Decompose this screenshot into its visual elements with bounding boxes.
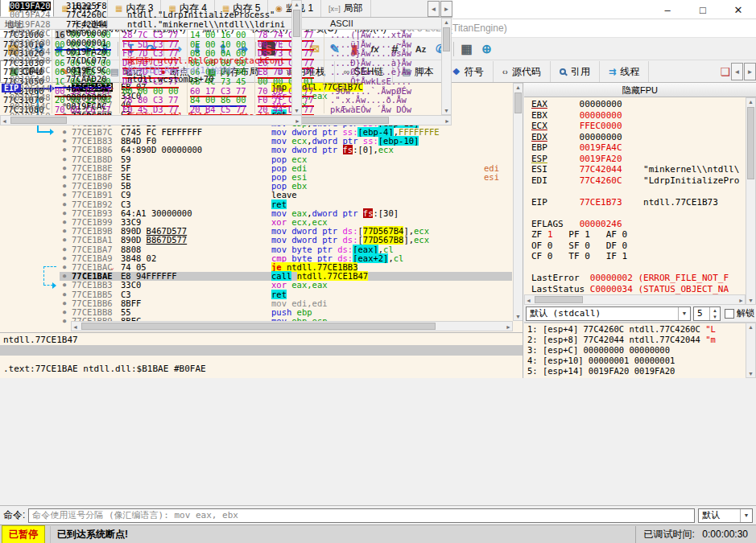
maximize-button[interactable]: □: [685, 0, 721, 19]
calling-convention-select[interactable]: 默认 (stdcall) ▼: [526, 306, 691, 321]
tab-references[interactable]: 引用: [551, 61, 600, 82]
args-depth-value: 5: [694, 308, 709, 319]
breakpoint-dot-icon[interactable]: ●: [60, 281, 69, 290]
disasm-row[interactable]: ●77CE1BB333C0xor eax,eax: [60, 281, 512, 290]
breakpoint-dot-icon[interactable]: ●: [60, 218, 69, 227]
minimize-button[interactable]: –: [650, 0, 685, 19]
breakpoint-dot-icon[interactable]: ●: [60, 209, 69, 218]
dump-tab-scroll-left-icon[interactable]: ◄: [428, 1, 440, 17]
arg-row[interactable]: 2: [esp+8] 77C42044 ntdll.77C42044 "m: [527, 335, 716, 345]
tab-label: 源代码: [512, 65, 541, 79]
tab-threads[interactable]: ⇉线程: [600, 61, 649, 82]
disasm-hscrollbar[interactable]: ◄ ►: [71, 321, 513, 331]
dump-ascii: ....(|Åw....xtÅw: [330, 31, 411, 40]
unlock-checkbox[interactable]: 解锁: [725, 307, 754, 319]
instruction-text: leave: [271, 191, 297, 200]
calculator-button[interactable]: ▦: [456, 39, 477, 59]
instruction-address: 77CE1B91: [72, 191, 113, 200]
dump-vscrollbar[interactable]: ▲ ▼: [441, 18, 452, 115]
breakpoint-dot-icon[interactable]: ●: [60, 164, 69, 173]
info-module-offset: .text:77CE1BAE ntdll.dll:$B1BAE #B0FAE: [3, 364, 206, 375]
hide-fpu-button[interactable]: 隐藏FPU: [524, 83, 756, 97]
breakpoint-dot-icon[interactable]: ●: [60, 317, 69, 326]
disasm-row[interactable]: ●77CE1B91C9leave: [60, 191, 512, 200]
register-line[interactable]: ESP 0019FA20: [531, 154, 622, 165]
register-line[interactable]: EDX 00000000: [531, 132, 622, 143]
args-vscrollbar[interactable]: ▲ ▼: [746, 323, 756, 378]
register-line[interactable]: LastError 00000002 (ERROR_FILE_NOT_F: [531, 273, 729, 284]
breakpoint-dot-icon[interactable]: ●: [60, 272, 69, 281]
strings-button[interactable]: Az: [411, 39, 431, 59]
registers-vscrollbar[interactable]: ▲ ▼: [746, 97, 756, 305]
strings-icon: Az: [414, 42, 428, 56]
spinner-up-icon[interactable]: ▲: [710, 307, 720, 314]
symbols-globe-icon: ⊕: [480, 42, 494, 56]
register-line[interactable]: EFLAGS 00000246: [531, 219, 622, 230]
dump-ascii: ....ÔtÅwkLsE....: [330, 77, 411, 87]
tab-scroll-right-icon[interactable]: ►: [744, 63, 756, 80]
chevron-down-icon[interactable]: ▼: [740, 509, 752, 522]
register-line[interactable]: ESI 77C42044 "minkernel\\ntdll\: [531, 164, 739, 175]
close-button[interactable]: ✕: [721, 0, 756, 19]
register-line[interactable]: EIP 77CE1B73 ntdll.77CE1B73: [531, 197, 718, 208]
dump-tab-7[interactable]: [x=]局部: [321, 0, 371, 17]
command-profile-select[interactable]: 默认 ▼: [698, 508, 753, 523]
arg-row[interactable]: 4: [esp+10] 00000001 00000001: [527, 356, 675, 366]
breakpoint-dot-icon[interactable]: ●: [60, 155, 69, 164]
register-line[interactable]: EBX 00000000: [531, 110, 622, 121]
breakpoint-dot-icon[interactable]: ●: [60, 263, 69, 272]
arg-row[interactable]: 1: [esp+4] 77C4260C ntdll.77C4260C "L: [527, 324, 716, 335]
disasm-vscrollbar[interactable]: ▲ ▼: [513, 83, 523, 321]
branch-arrow-head: [52, 282, 56, 289]
dump-hex-group: 14 00 16 00: [190, 31, 246, 40]
dump-tab-label: 局部: [344, 2, 363, 15]
registers-list[interactable]: EAX 00000000EBX 00000000ECX FFEC0000EDX …: [524, 97, 746, 294]
dump-tab-scroll-right-icon[interactable]: ►: [440, 1, 452, 17]
register-line[interactable]: OF 0 SF 0 DF 0: [531, 241, 627, 252]
instruction-bytes: 64:890D 00000000: [121, 146, 202, 154]
chevron-down-icon[interactable]: ▼: [678, 307, 690, 320]
locals-icon: [x=]: [328, 5, 341, 13]
breakpoint-dot-icon[interactable]: ●: [60, 299, 69, 308]
register-line[interactable]: EDI 77C4260C "LdrpInitializePro: [531, 175, 739, 187]
register-line[interactable]: EBP 0019FA4C: [531, 142, 622, 154]
breakpoint-dot-icon[interactable]: ●: [60, 236, 69, 245]
spinner-down-icon[interactable]: ▼: [710, 314, 720, 320]
register-line[interactable]: ZF 1 PF 1 AF 0: [531, 229, 627, 241]
tab-source[interactable]: ‹›源代码: [494, 61, 551, 82]
checkbox-icon[interactable]: [725, 309, 734, 319]
breakpoint-dot-icon[interactable]: ●: [60, 146, 69, 154]
status-paused-badge: 已暂停: [2, 525, 45, 543]
breakpoint-dot-icon[interactable]: ●: [60, 137, 69, 146]
breakpoint-dot-icon[interactable]: ●: [60, 227, 69, 236]
register-line[interactable]: ECX FFEC0000: [531, 121, 622, 132]
breakpoint-dot-icon[interactable]: ●: [60, 245, 69, 254]
arg-row[interactable]: 3: [esp+C] 00000000 00000000: [527, 345, 670, 356]
command-input[interactable]: [28, 508, 695, 523]
memory-chip-icon: ▦: [115, 4, 122, 13]
arg-row[interactable]: 5: [esp+14] 0019FA20 0019FA20: [527, 366, 675, 376]
tab-scroll-left-icon[interactable]: ◄: [731, 63, 743, 80]
breakpoint-dot-icon[interactable]: ●: [60, 191, 69, 200]
symbols-globe-button[interactable]: ⊕: [477, 39, 497, 59]
breakpoint-dot-icon[interactable]: ●: [60, 254, 69, 263]
args-list[interactable]: 1: [esp+4] 77C4260C ntdll.77C4260C "L2: …: [524, 323, 746, 378]
instruction-bytes: C9: [121, 191, 131, 200]
breakpoint-dot-icon[interactable]: ●: [60, 128, 69, 137]
register-line[interactable]: LastStatus C0000034 (STATUS_OBJECT_NA: [531, 284, 729, 295]
registers-pane: 隐藏FPU EAX 00000000EBX 00000000ECX FFEC00…: [524, 83, 756, 378]
struct-tab-icon[interactable]: ❏: [720, 65, 730, 78]
eip-badge: EIP: [2, 84, 21, 93]
breakpoint-dot-icon[interactable]: ●: [60, 173, 69, 182]
register-line[interactable]: CF 0 TF 0 IF 1: [531, 251, 627, 262]
breakpoint-dot-icon[interactable]: ●: [60, 290, 69, 299]
breakpoint-dot-icon[interactable]: ●: [60, 200, 69, 209]
breakpoint-dot-icon[interactable]: ●: [60, 182, 69, 191]
args-depth-spinner[interactable]: 5 ▲▼: [693, 306, 721, 321]
register-line[interactable]: EAX 00000000: [531, 99, 622, 110]
unlock-label: 解锁: [737, 307, 754, 319]
instruction-bytes: 890D B867D577: [121, 236, 187, 245]
registers-hscrollbar[interactable]: ◄ ►: [524, 294, 746, 305]
dump-col-ascii: ASCII: [330, 19, 353, 28]
breakpoint-dot-icon[interactable]: ●: [60, 308, 69, 317]
